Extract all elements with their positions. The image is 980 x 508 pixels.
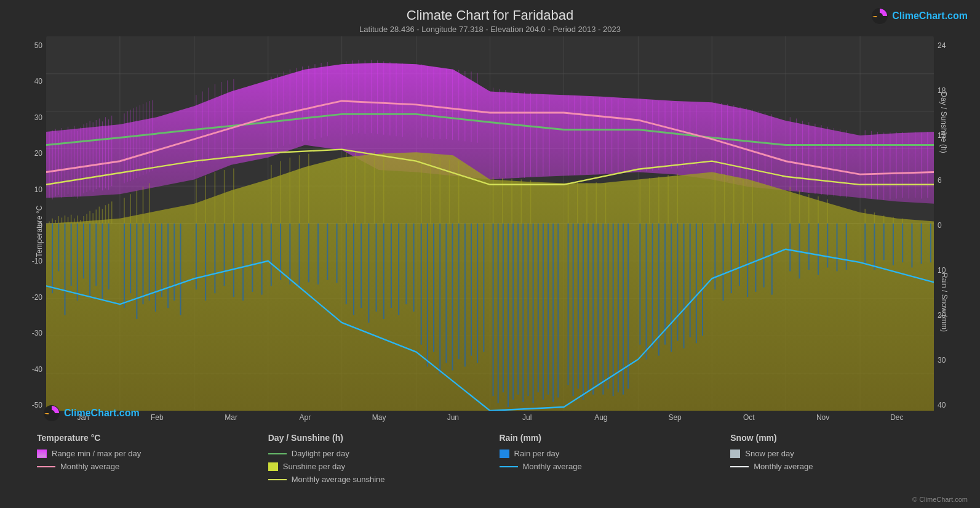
legend-line-sunshine-avg [268,479,287,480]
svg-point-1 [877,13,883,19]
legend-title-sunshine: Day / Sunshine (h) [268,433,500,443]
x-label-jul: Jul [490,413,564,428]
x-label-apr: Apr [268,413,342,428]
watermark-top: ClimeChart.com [871,7,968,25]
climechart-icon-bottom [43,405,60,422]
chart-area: Temperature °C Day / Sunshine (h) Rain /… [0,36,980,428]
legend-column-rain: Rain (mm) Rain per day Monthly average [500,433,731,503]
x-label-jun: Jun [416,413,490,428]
legend-title-temperature: Temperature °C [37,433,268,443]
main-container: Climate Chart for Faridabad Latitude 28.… [0,0,980,508]
svg-point-349 [49,410,55,416]
watermark-text-top: ClimeChart.com [892,10,968,22]
x-label-may: May [342,413,416,428]
legend-item-snow: Snow per day [730,449,962,458]
legend-item-daylight: Daylight per day [268,449,500,458]
legend-column-temperature: Temperature °C Range min / max per day M… [37,433,268,503]
legend-column-sunshine: Day / Sunshine (h) Daylight per day Suns… [268,433,500,503]
legend-item-snow-avg: Monthly average [730,462,962,471]
header: Climate Chart for Faridabad Latitude 28.… [0,0,980,36]
legend-item-temp-avg: Monthly average [37,462,268,471]
legend-item-rain-avg: Monthly average [500,462,731,471]
climate-chart-svg [46,36,934,411]
x-label-dec: Dec [860,413,934,428]
y-axis-title-right-bottom: Rain / Snow (mm) [940,273,949,332]
chart-svg-container [46,36,934,411]
x-label-mar: Mar [194,413,268,428]
x-axis: Jan Feb Mar Apr May Jun Jul Aug Sep Oct … [46,411,934,428]
legend-column-snow: Snow (mm) Snow per day Monthly average [730,433,962,503]
legend-swatch-snow [730,450,740,458]
legend-line-snow-avg [730,466,749,467]
legend-area: Temperature °C Range min / max per day M… [0,428,980,508]
x-label-sep: Sep [638,413,712,428]
legend-item-sunshine: Sunshine per day [268,462,500,471]
x-label-nov: Nov [786,413,860,428]
copyright-text: © ClimeChart.com [912,496,968,503]
x-label-oct: Oct [712,413,786,428]
legend-line-daylight [268,453,287,454]
chart-title: Climate Chart for Faridabad [0,7,980,23]
chart-subtitle: Latitude 28.436 - Longitude 77.318 - Ele… [0,25,980,34]
x-label-aug: Aug [564,413,638,428]
y-axis-title-right-top: Day / Sunshine (h) [939,92,947,153]
legend-line-temp-avg [37,466,55,467]
chart-wrapper: Jan Feb Mar Apr May Jun Jul Aug Sep Oct … [46,36,934,428]
watermark-bottom: ClimeChart.com [43,405,140,422]
legend-swatch-sunshine [268,462,278,471]
legend-title-snow: Snow (mm) [730,433,962,443]
watermark-text-bottom: ClimeChart.com [64,408,140,419]
legend-swatch-temp-range [37,450,47,458]
legend-item-rain: Rain per day [500,449,731,458]
legend-item-sunshine-avg: Monthly average sunshine [268,475,500,484]
y-axis-title-left: Temperature °C [35,206,44,257]
legend-swatch-rain [500,450,509,458]
climechart-icon-top [871,7,888,25]
legend-item-temp-range: Range min / max per day [37,449,268,458]
legend-title-rain: Rain (mm) [500,433,731,443]
legend-line-rain-avg [500,466,518,467]
